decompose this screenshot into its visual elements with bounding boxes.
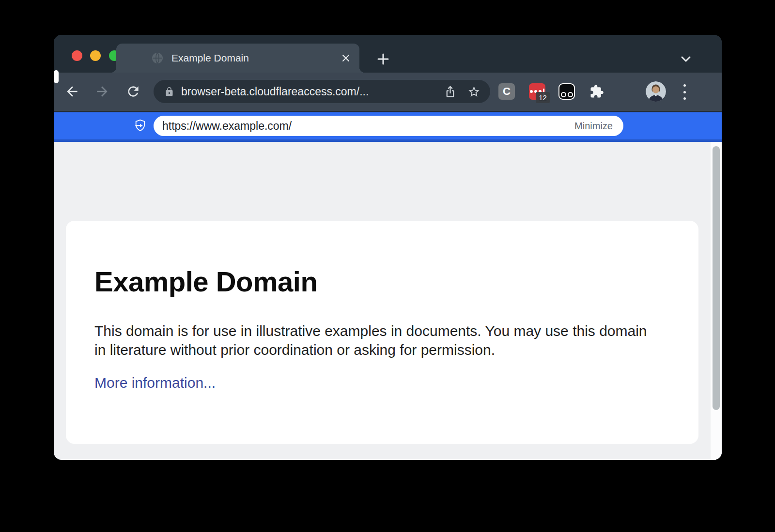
browser-toolbar: browser-beta.cloudflareaccess.com/... C … (54, 73, 722, 111)
screenshot-canvas: Example Domain (0, 0, 775, 532)
share-icon[interactable] (444, 85, 457, 98)
chevron-down-icon[interactable] (679, 52, 693, 66)
forward-button[interactable] (94, 84, 110, 99)
example-domain-card: Example Domain This domain is for use in… (66, 221, 698, 444)
page-scrollbar[interactable] (711, 142, 722, 460)
tab-strip: Example Domain (54, 35, 722, 73)
circle-icon (561, 92, 566, 97)
browser-window: Example Domain (54, 35, 722, 460)
globe-favicon-icon (151, 52, 164, 64)
shield-arrow-icon (134, 119, 147, 132)
tab-title: Example Domain (171, 52, 249, 64)
new-tab-button[interactable] (375, 51, 391, 67)
remote-url-bar[interactable]: https://www.example.com/ Minimize (154, 116, 623, 136)
back-button[interactable] (64, 84, 80, 99)
macos-minimize-button[interactable] (90, 50, 101, 61)
dot-icon (530, 90, 533, 93)
two-circles-extension-button[interactable] (558, 83, 575, 100)
extension-badge: 12 (536, 92, 550, 103)
circle-icon (568, 92, 573, 97)
minimize-button[interactable]: Minimize (574, 121, 613, 132)
scrollbar-thumb[interactable] (713, 146, 720, 410)
reload-button[interactable] (125, 84, 141, 99)
web-page-viewport: Example Domain This domain is for use in… (54, 142, 722, 460)
bookmark-star-icon[interactable] (467, 85, 480, 98)
side-panel-icon[interactable] (54, 70, 59, 83)
browser-menu-kebab-icon[interactable] (682, 84, 686, 100)
isolation-bar: https://www.example.com/ Minimize (54, 112, 722, 142)
page-heading: Example Domain (94, 265, 317, 298)
extensions-puzzle-icon[interactable] (589, 84, 604, 99)
address-bar[interactable]: browser-beta.cloudflareaccess.com/... (154, 80, 490, 103)
macos-close-button[interactable] (72, 50, 82, 61)
extension-c-button[interactable]: C (498, 83, 515, 100)
tab-close-icon[interactable] (341, 53, 351, 63)
page-body-text: This domain is for use in illustrative e… (94, 321, 659, 359)
lock-icon (164, 87, 174, 97)
url-text[interactable]: browser-beta.cloudflareaccess.com/... (181, 85, 433, 98)
tab-example-domain[interactable]: Example Domain (116, 44, 359, 73)
remote-url-text[interactable]: https://www.example.com/ (162, 120, 574, 133)
profile-avatar[interactable] (646, 81, 666, 102)
password-manager-extension-button[interactable]: 12 (529, 83, 545, 100)
more-information-link[interactable]: More information... (94, 375, 216, 391)
